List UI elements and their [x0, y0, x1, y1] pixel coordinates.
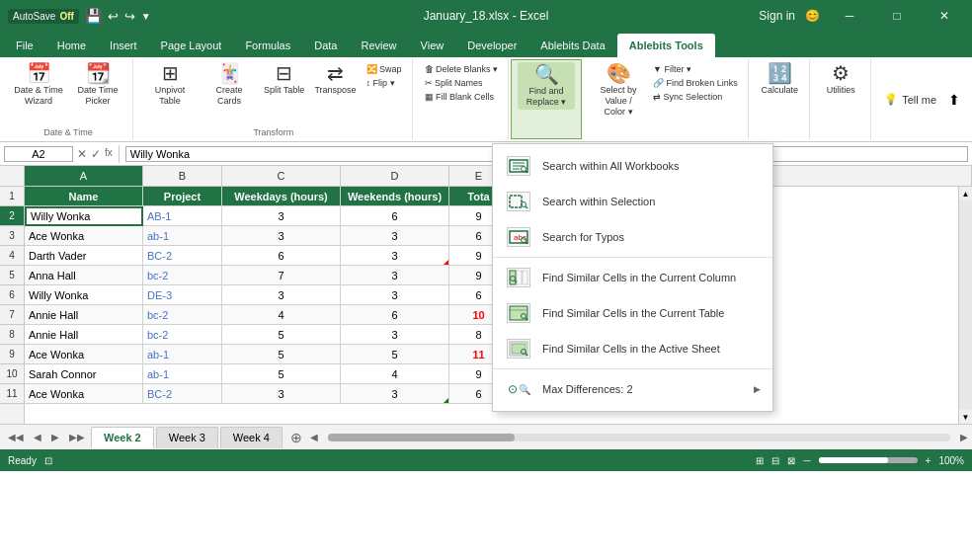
cell-a9[interactable]: Ace Wonka	[25, 345, 143, 364]
tell-me[interactable]: 💡 Tell me	[884, 93, 936, 106]
page-break-icon[interactable]: ⊠	[787, 455, 795, 466]
cell-d7[interactable]: 6	[341, 305, 449, 325]
cell-a4[interactable]: Darth Vader	[25, 246, 143, 266]
menu-item-similar-column[interactable]: Find Similar Cells in the Current Column	[493, 260, 772, 295]
row-num-9[interactable]: 9	[0, 345, 24, 364]
cell-a7[interactable]: Annie Hall	[25, 305, 143, 325]
cell-a2[interactable]: Willy Wonka	[25, 206, 143, 226]
scroll-up-button[interactable]: ▲	[959, 187, 972, 200]
scroll-track[interactable]	[959, 200, 972, 410]
tab-ablebits-tools[interactable]: Ablebits Tools	[617, 34, 715, 57]
cell-d4[interactable]: 3	[341, 246, 449, 266]
cell-d5[interactable]: 3	[341, 266, 449, 285]
cell-c2[interactable]: 3	[222, 206, 341, 226]
cell-a10[interactable]: Sarah Connor	[25, 364, 143, 384]
autosave-toggle[interactable]: AutoSave Off	[8, 9, 79, 24]
find-broken-links-button[interactable]: 🔗 Find Broken Links	[649, 77, 742, 89]
tab-review[interactable]: Review	[349, 34, 408, 57]
cell-b6[interactable]: DE-3	[143, 285, 222, 305]
cell-c10[interactable]: 5	[222, 364, 341, 384]
calculate-button[interactable]: 🔢 Calculate	[757, 61, 802, 98]
cell-c11[interactable]: 3	[222, 384, 341, 404]
tab-page-layout[interactable]: Page Layout	[149, 34, 234, 57]
sheet-nav-right[interactable]: ▶▶	[65, 430, 89, 444]
col-header-c[interactable]: C	[222, 166, 341, 186]
create-cards-button[interactable]: 🃏 Create Cards	[201, 61, 258, 109]
cell-d2[interactable]: 6	[341, 206, 449, 226]
cell-d6[interactable]: 3	[341, 285, 449, 305]
cell-b7[interactable]: bc-2	[143, 305, 222, 325]
confirm-formula-icon[interactable]: ✓	[91, 147, 101, 161]
cell-c8[interactable]: 5	[222, 325, 341, 345]
cell-a3[interactable]: Ace Wonka	[25, 226, 143, 246]
sheet-nav-left[interactable]: ◀◀	[4, 430, 28, 444]
undo-icon[interactable]: ↩	[108, 9, 119, 24]
grid-view-icon[interactable]: ⊞	[756, 455, 764, 466]
redo-icon[interactable]: ↪	[124, 9, 135, 24]
cell-b4[interactable]: BC-2	[143, 246, 222, 266]
insert-function-icon[interactable]: fx	[105, 147, 113, 161]
col-header-b[interactable]: B	[143, 166, 222, 186]
sync-selection-button[interactable]: ⇄ Sync Selection	[649, 91, 742, 103]
tab-view[interactable]: View	[409, 34, 456, 57]
fill-blank-cells-button[interactable]: ▦ Fill Blank Cells	[421, 91, 503, 103]
row-num-2[interactable]: 2	[0, 206, 24, 226]
cell-b2[interactable]: AB-1	[143, 206, 222, 226]
menu-item-search-all[interactable]: Search within All Workbooks	[493, 148, 772, 184]
transpose-button[interactable]: ⇄ Transpose	[310, 61, 360, 98]
cell-c5[interactable]: 7	[222, 266, 341, 285]
row-num-10[interactable]: 10	[0, 364, 24, 384]
menu-item-max-differences[interactable]: ⊙ 🔍 Max Differences: 2 ▶	[493, 371, 772, 407]
row-num-3[interactable]: 3	[0, 226, 24, 246]
tab-insert[interactable]: Insert	[98, 34, 149, 57]
menu-item-search-selection[interactable]: Search within Selection	[493, 184, 772, 219]
zoom-out-button[interactable]: ─	[803, 455, 810, 466]
share-icon[interactable]: ⬆	[948, 92, 960, 108]
name-box[interactable]	[4, 146, 73, 162]
cell-d10[interactable]: 4	[341, 364, 449, 384]
save-icon[interactable]: 💾	[85, 8, 102, 24]
scroll-tabs-right[interactable]: ▶	[960, 432, 968, 442]
find-replace-button[interactable]: 🔍 Find and Replace ▾	[518, 62, 575, 110]
sheet-tab-week2-active[interactable]: Week 2	[91, 427, 154, 448]
flip-button[interactable]: ↕ Flip ▾	[363, 77, 406, 89]
row-num-8[interactable]: 8	[0, 325, 24, 345]
cell-c9[interactable]: 5	[222, 345, 341, 364]
split-names-button[interactable]: ✂ Split Names	[421, 77, 503, 89]
cell-b5[interactable]: bc-2	[143, 266, 222, 285]
quick-access-dropdown[interactable]: ▼	[141, 11, 151, 22]
cell-c6[interactable]: 3	[222, 285, 341, 305]
maximize-button[interactable]: □	[877, 2, 917, 30]
scroll-down-button[interactable]: ▼	[959, 410, 972, 424]
date-time-picker-button[interactable]: 📆 Date Time Picker	[69, 61, 126, 109]
zoom-in-button[interactable]: +	[926, 455, 932, 466]
add-sheet-button[interactable]: ⊕	[284, 430, 308, 445]
cell-a11[interactable]: Ace Wonka	[25, 384, 143, 404]
cell-d11[interactable]: 3	[341, 384, 449, 404]
cell-b3[interactable]: ab-1	[143, 226, 222, 246]
cell-c7[interactable]: 4	[222, 305, 341, 325]
menu-item-similar-table[interactable]: Find Similar Cells in the Current Table	[493, 295, 772, 331]
tab-home[interactable]: Home	[45, 34, 98, 57]
cell-a6[interactable]: Willy Wonka	[25, 285, 143, 305]
page-view-icon[interactable]: ⊟	[771, 455, 779, 466]
cell-a5[interactable]: Anna Hall	[25, 266, 143, 285]
select-by-value-button[interactable]: 🎨 Select by Value / Color ▾	[590, 61, 647, 119]
tab-developer[interactable]: Developer	[455, 34, 528, 57]
unpivot-table-button[interactable]: ⊞ Unpivot Table	[141, 61, 199, 109]
col-header-a[interactable]: A	[25, 166, 143, 186]
sheet-nav-next[interactable]: ▶	[47, 430, 63, 444]
cell-b8[interactable]: bc-2	[143, 325, 222, 345]
swap-button[interactable]: 🔀 Swap	[363, 63, 406, 75]
horizontal-scrollbar[interactable]	[328, 434, 950, 441]
cell-b10[interactable]: ab-1	[143, 364, 222, 384]
cell-c4[interactable]: 6	[222, 246, 341, 266]
row-num-5[interactable]: 5	[0, 266, 24, 285]
cell-a8[interactable]: Annie Hall	[25, 325, 143, 345]
cell-d9[interactable]: 5	[341, 345, 449, 364]
delete-blanks-button[interactable]: 🗑 Delete Blanks ▾	[421, 63, 503, 75]
row-num-11[interactable]: 11	[0, 384, 24, 404]
sheet-nav-prev[interactable]: ◀	[30, 430, 45, 444]
menu-item-similar-sheet[interactable]: Find Similar Cells in the Active Sheet	[493, 331, 772, 366]
row-num-4[interactable]: 4	[0, 246, 24, 266]
